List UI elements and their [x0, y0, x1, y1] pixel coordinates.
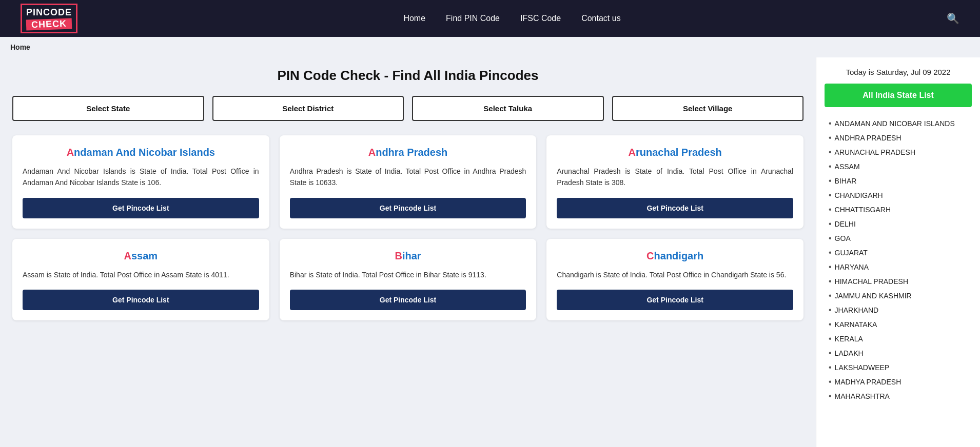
- content-area: PIN Code Check - Find All India Pincodes…: [0, 57, 816, 447]
- logo-pincode: PINCODE: [26, 7, 72, 18]
- sidebar-list-item[interactable]: LAKSHADWEEP: [825, 360, 972, 375]
- breadcrumb: Home: [0, 37, 980, 57]
- sidebar-list-item[interactable]: HIMACHAL PRADESH: [825, 274, 972, 289]
- card-title-bihar: Bihar: [290, 250, 526, 262]
- sidebar-list-item[interactable]: MAHARASHTRA: [825, 389, 972, 403]
- sidebar-list-item[interactable]: ARUNACHAL PRADESH: [825, 145, 972, 159]
- card-title-first-letter: C: [646, 250, 654, 261]
- logo: PINCODE CHECK: [21, 4, 77, 33]
- sidebar-list-item[interactable]: HARYANA: [825, 260, 972, 274]
- card-title-first-letter: A: [368, 147, 376, 158]
- state-card-andhra: Andhra Pradesh Andhra Pradesh is State o…: [280, 135, 537, 229]
- get-pincode-arunachal[interactable]: Get Pincode List: [557, 198, 793, 218]
- main-wrapper: PIN Code Check - Find All India Pincodes…: [0, 57, 980, 447]
- sidebar-list-item[interactable]: JAMMU AND KASHMIR: [825, 289, 972, 303]
- card-desc-arunachal: Arunachal Pradesh is State of India. Tot…: [557, 166, 793, 189]
- header: PINCODE CHECK Home Find PIN Code IFSC Co…: [0, 0, 980, 37]
- card-title-first-letter: B: [395, 250, 402, 261]
- sidebar-list-item[interactable]: ASSAM: [825, 159, 972, 174]
- sidebar-list-item[interactable]: BIHAR: [825, 174, 972, 188]
- card-title-first-letter: A: [629, 147, 636, 158]
- sidebar-list-item[interactable]: GUJARAT: [825, 246, 972, 260]
- sidebar-list-item[interactable]: MADHYA PRADESH: [825, 375, 972, 389]
- get-pincode-andhra[interactable]: Get Pincode List: [290, 198, 526, 218]
- nav-contact[interactable]: Contact us: [581, 14, 620, 23]
- select-state-btn[interactable]: Select State: [12, 96, 204, 121]
- state-card-arunachal: Arunachal Pradesh Arunachal Pradesh is S…: [546, 135, 803, 229]
- sidebar-list-item[interactable]: CHHATTISGARH: [825, 202, 972, 217]
- card-desc-andaman: Andaman And Nicobar Islands is State of …: [23, 166, 259, 189]
- sidebar-list-item[interactable]: KARNATAKA: [825, 317, 972, 332]
- state-list: ANDAMAN AND NICOBAR ISLANDSANDHRA PRADES…: [825, 116, 972, 403]
- cards-grid: Andaman And Nicobar Islands Andaman And …: [12, 135, 803, 320]
- card-title-first-letter: A: [67, 147, 74, 158]
- state-card-andaman: Andaman And Nicobar Islands Andaman And …: [12, 135, 269, 229]
- sidebar-list-item[interactable]: KERALA: [825, 332, 972, 346]
- card-title-andaman: Andaman And Nicobar Islands: [23, 147, 259, 158]
- sidebar: Today is Saturday, Jul 09 2022 All India…: [816, 57, 980, 447]
- card-desc-bihar: Bihar is State of India. Total Post Offi…: [290, 269, 526, 280]
- all-india-state-list-btn[interactable]: All India State List: [825, 84, 972, 107]
- get-pincode-andaman[interactable]: Get Pincode List: [23, 198, 259, 218]
- card-desc-chandigarh: Chandigarh is State of India. Total Post…: [557, 269, 793, 280]
- page-title: PIN Code Check - Find All India Pincodes: [12, 68, 803, 84]
- search-button[interactable]: 🔍: [947, 12, 959, 25]
- card-title-andhra: Andhra Pradesh: [290, 147, 526, 158]
- nav-ifsc[interactable]: IFSC Code: [520, 14, 561, 23]
- selectors-row: Select State Select District Select Talu…: [12, 96, 803, 121]
- get-pincode-assam[interactable]: Get Pincode List: [23, 290, 259, 310]
- state-card-bihar: Bihar Bihar is State of India. Total Pos…: [280, 239, 537, 320]
- select-village-btn[interactable]: Select Village: [612, 96, 804, 121]
- select-taluka-btn[interactable]: Select Taluka: [412, 96, 604, 121]
- sidebar-list-item[interactable]: DELHI: [825, 217, 972, 231]
- sidebar-date: Today is Saturday, Jul 09 2022: [825, 68, 972, 76]
- get-pincode-bihar[interactable]: Get Pincode List: [290, 290, 526, 310]
- sidebar-list-item[interactable]: JHARKHAND: [825, 303, 972, 317]
- get-pincode-chandigarh[interactable]: Get Pincode List: [557, 290, 793, 310]
- logo-box: PINCODE CHECK: [21, 4, 77, 33]
- sidebar-list-item[interactable]: ANDHRA PRADESH: [825, 131, 972, 145]
- card-desc-assam: Assam is State of India. Total Post Offi…: [23, 269, 259, 280]
- card-title-first-letter: A: [124, 250, 131, 261]
- nav-find-pin[interactable]: Find PIN Code: [446, 14, 500, 23]
- card-title-arunachal: Arunachal Pradesh: [557, 147, 793, 158]
- card-title-assam: Assam: [23, 250, 259, 262]
- sidebar-list-item[interactable]: GOA: [825, 231, 972, 246]
- logo-check: CHECK: [26, 18, 72, 30]
- card-desc-andhra: Andhra Pradesh is State of India. Total …: [290, 166, 526, 189]
- select-district-btn[interactable]: Select District: [212, 96, 404, 121]
- main-nav: Home Find PIN Code IFSC Code Contact us: [403, 14, 620, 23]
- card-title-chandigarh: Chandigarh: [557, 250, 793, 262]
- sidebar-list-item[interactable]: ANDAMAN AND NICOBAR ISLANDS: [825, 116, 972, 131]
- state-card-assam: Assam Assam is State of India. Total Pos…: [12, 239, 269, 320]
- nav-home[interactable]: Home: [403, 14, 425, 23]
- breadcrumb-home: Home: [10, 43, 30, 51]
- sidebar-list-item[interactable]: LADAKH: [825, 346, 972, 360]
- state-card-chandigarh: Chandigarh Chandigarh is State of India.…: [546, 239, 803, 320]
- sidebar-list-item[interactable]: CHANDIGARH: [825, 188, 972, 202]
